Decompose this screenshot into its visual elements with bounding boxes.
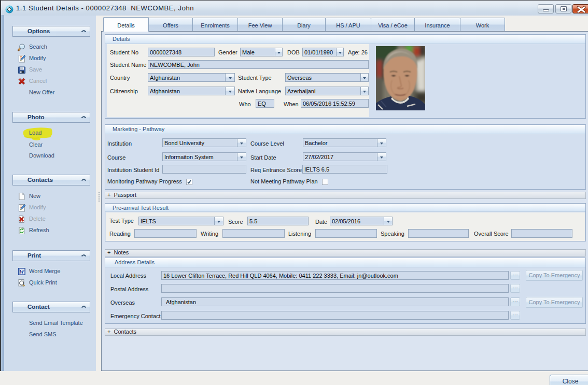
svg-text:W: W: [19, 269, 24, 275]
